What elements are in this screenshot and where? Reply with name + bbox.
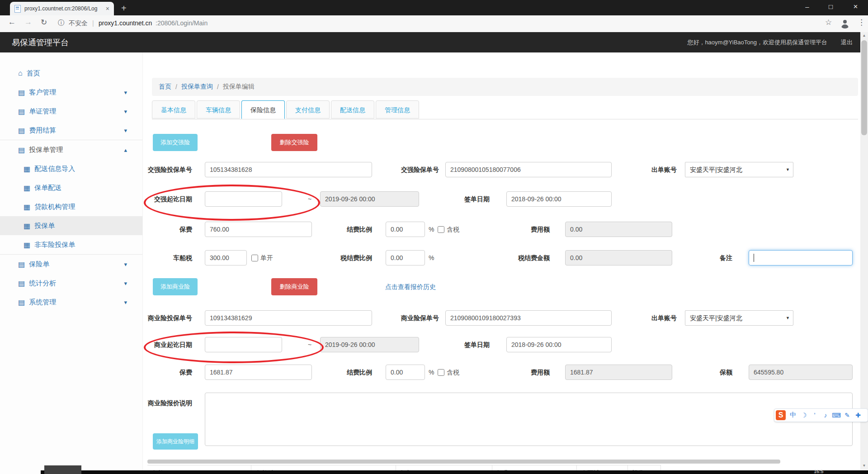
horizontal-scrollbar[interactable] [147, 460, 780, 464]
sidebar-item-document-mgmt[interactable]: ▤ 单证管理 ▾ [0, 102, 142, 121]
browser-toolbar: ← → ↻ ⓘ 不安全 | proxy1.countnet.cn :20806/… [0, 15, 868, 33]
grid-icon: ▦ [24, 241, 30, 249]
toolbox-icon[interactable]: ✚ [853, 412, 863, 419]
chevron-down-icon: ▾ [124, 89, 127, 96]
screen: proxy1.countnet.cn:20806/Log × + – □ × ←… [0, 0, 868, 474]
commercial-premium-input[interactable] [205, 365, 312, 380]
scroll-up-icon[interactable]: ▲ [860, 32, 868, 39]
tab-delivery-info[interactable]: 配送信息 [331, 100, 374, 118]
sidebar-item-system-mgmt[interactable]: ▤ 系统管理 ▾ [0, 293, 142, 312]
commercial-ratio-input[interactable] [386, 365, 425, 380]
compulsory-sign-date-input[interactable] [506, 191, 612, 207]
bookmark-star-icon[interactable]: ☆ [825, 18, 832, 27]
compulsory-start-date-input[interactable] [205, 191, 282, 207]
chinese-mode-icon[interactable]: 中 [788, 411, 798, 419]
window-close-button[interactable]: × [845, 0, 866, 14]
commercial-tax-included-label: 含税 [447, 365, 459, 380]
tab-management-info[interactable]: 管理信息 [376, 100, 419, 118]
tab-vehicle-info[interactable]: 车辆信息 [197, 100, 240, 118]
window-minimize-button[interactable]: – [797, 0, 817, 14]
compulsory-vehicle-tax-label: 车船税 [129, 250, 192, 265]
page-info-icon[interactable]: ⓘ [58, 19, 64, 27]
back-icon[interactable]: ← [8, 18, 16, 27]
compulsory-ratio-input[interactable] [386, 222, 425, 237]
sidebar-item-fee-settlement[interactable]: ▤ 费用结算 ▾ [0, 121, 142, 140]
tab-insurance-info[interactable]: 保险信息 [241, 100, 285, 119]
compulsory-app-no-input[interactable] [205, 162, 372, 177]
commercial-tax-included-checkbox[interactable] [438, 369, 444, 376]
taskbar-clock: 16:5 [814, 469, 823, 474]
commercial-policy-no-input[interactable] [445, 310, 612, 326]
window-maximize-button[interactable]: □ [821, 0, 841, 14]
breadcrumb: 首页 / 投保单查询 / 投保单编辑 [152, 78, 858, 96]
logout-link[interactable]: 退出 [841, 38, 853, 47]
sidebar-item-statistics[interactable]: ▤ 统计分析 ▾ [0, 274, 142, 293]
new-tab-button[interactable]: + [121, 3, 127, 14]
sidebar-item-application[interactable]: ▦ 投保单 [0, 216, 142, 235]
add-compulsory-button[interactable]: 添加交强险 [153, 134, 198, 151]
compulsory-sign-date-label: 签单日期 [426, 191, 490, 207]
sogou-logo-icon[interactable]: S [776, 410, 786, 420]
compulsory-tax-ratio-input[interactable] [386, 250, 425, 265]
commercial-account-select[interactable]: 安盛天平|安盛河北 ▼ [685, 310, 793, 326]
breadcrumb-query-link[interactable]: 投保单查询 [181, 83, 213, 91]
compulsory-remark-input[interactable] [749, 250, 853, 265]
commercial-app-no-input[interactable] [205, 310, 372, 326]
punctuation-icon[interactable]: ’ [809, 412, 820, 419]
browser-profile-icon[interactable] [840, 19, 850, 28]
delete-commercial-button[interactable]: 删除商业险 [271, 278, 317, 295]
tab-basic-info[interactable]: 基本信息 [152, 100, 195, 118]
vertical-scrollbar[interactable]: ▲ ▼ [860, 32, 868, 474]
list-icon: ▤ [18, 260, 25, 269]
commercial-start-date-input[interactable] [205, 337, 282, 352]
sidebar-item-customer-mgmt[interactable]: ▤ 客户管理 ▾ [0, 83, 142, 102]
voice-input-icon[interactable]: ♪ [820, 412, 831, 419]
sidebar-item-policy[interactable]: ▤ 保险单 ▾ [0, 255, 142, 274]
quote-history-link[interactable]: 点击查看报价历史 [385, 283, 436, 291]
commercial-sign-date-input[interactable] [506, 337, 612, 352]
grid-icon: ▦ [24, 203, 30, 211]
url-path[interactable]: :20806/Login/Main [156, 19, 208, 27]
half-full-width-icon[interactable]: ☽ [798, 412, 809, 419]
close-tab-icon[interactable]: × [106, 5, 109, 12]
commercial-sign-date-label: 签单日期 [426, 337, 490, 352]
compulsory-vehicle-tax-input[interactable] [205, 250, 247, 265]
commercial-fee-label: 费用额 [486, 365, 550, 380]
sidebar-item-non-auto-application[interactable]: ▦ 非车险投保单 [0, 235, 142, 255]
text-caret [754, 254, 754, 262]
percent-sign: % [429, 250, 434, 265]
compulsory-premium-input[interactable] [205, 222, 312, 237]
delete-compulsory-button[interactable]: 删除交强险 [271, 134, 317, 151]
handwriting-icon[interactable]: ✎ [842, 412, 853, 419]
forward-icon[interactable]: → [24, 18, 32, 27]
sidebar-item-loan-agency-mgmt[interactable]: ▦ 贷款机构管理 [0, 197, 142, 216]
reload-icon[interactable]: ↻ [41, 18, 47, 27]
compulsory-policy-no-input[interactable] [445, 162, 612, 177]
commercial-quote-note-textarea[interactable] [205, 393, 853, 446]
percent-sign: % [429, 365, 434, 380]
list-icon: ▤ [18, 279, 25, 288]
browser-menu-icon[interactable]: ⋮ [858, 18, 865, 27]
url-host[interactable]: proxy1.countnet.cn [99, 19, 152, 27]
commercial-app-no-label: 商业险投保单号 [120, 310, 192, 326]
taskbar-app-block [44, 465, 81, 474]
compulsory-separate-checkbox[interactable] [251, 255, 258, 261]
select-caret-icon: ▼ [786, 162, 790, 177]
sidebar-item-application-mgmt[interactable]: ▤ 投保单管理 ▴ [0, 140, 142, 159]
scroll-down-icon[interactable]: ▼ [860, 462, 868, 469]
commercial-account-label: 出单账号 [604, 310, 677, 326]
compulsory-tax-included-checkbox[interactable] [438, 226, 444, 233]
security-label: 不安全 [69, 19, 88, 28]
compulsory-tax-fee-label: 税结费金额 [486, 250, 550, 265]
sidebar-item-home[interactable]: ⌂ 首页 [0, 64, 142, 83]
compulsory-account-select[interactable]: 安盛天平|安盛河北 ▼ [685, 162, 793, 177]
add-commercial-detail-button[interactable]: 添加商业险明细 [153, 433, 198, 450]
sidebar-item-policy-delivery[interactable]: ▦ 保单配送 [0, 178, 142, 197]
breadcrumb-home-link[interactable]: 首页 [159, 83, 171, 91]
browser-tab[interactable]: proxy1.countnet.cn:20806/Log × [10, 2, 114, 15]
scrollbar-thumb[interactable] [861, 40, 867, 135]
add-commercial-button[interactable]: 添加商业险 [153, 278, 198, 295]
tab-payment-info[interactable]: 支付信息 [286, 100, 330, 118]
grid-icon: ▦ [24, 184, 30, 192]
soft-keyboard-icon[interactable]: ⌨ [831, 412, 842, 419]
